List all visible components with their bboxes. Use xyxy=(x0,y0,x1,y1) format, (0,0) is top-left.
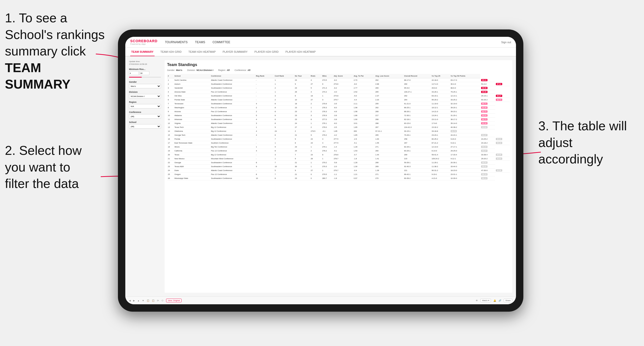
cell-0: 11 xyxy=(167,118,174,122)
cell-4: 8 xyxy=(274,102,294,106)
tablet-frame: SCOREBOARD Powered by clippi TOURNAMENTS… xyxy=(118,29,523,312)
filters-panel: Update time: 27/03/2024 16:56:26 Minimum… xyxy=(129,60,161,293)
filter-gender-select[interactable]: Men's Women's xyxy=(129,84,161,88)
cell-7: 279.1 xyxy=(322,145,333,149)
cell-12: 11-38-2 xyxy=(431,165,450,169)
nav-committee[interactable]: COMMITTEE xyxy=(212,40,230,44)
col-conference: Conference xyxy=(210,74,255,78)
filter-division-select[interactable]: NCAA Division I NCAA Division II NCAA Di… xyxy=(129,94,161,98)
cell-14: 29-20-2 xyxy=(480,157,495,161)
cell-8: -3.6 xyxy=(333,114,353,118)
table-area: Team Standings Gender: Men's Division: N… xyxy=(164,60,512,293)
view-original-btn[interactable]: View: Original xyxy=(166,299,182,302)
cell-5: 9 xyxy=(294,169,310,173)
cell-2: Southeastern Conference xyxy=(210,82,255,86)
filter-max-input[interactable] xyxy=(140,71,150,75)
cell-4: 9 xyxy=(274,145,294,149)
col-rank: # xyxy=(167,74,174,78)
cell-9: 2.70 xyxy=(353,78,374,82)
cell-8: 274.8 xyxy=(333,94,353,98)
cell-0: 3 xyxy=(167,86,174,90)
cell-14: 89.11 xyxy=(480,78,495,82)
cell-4: 1 xyxy=(274,78,294,82)
cell-10: 271 xyxy=(375,173,404,176)
cell-13: 10-30-0 xyxy=(450,176,480,180)
filter-region-select[interactable]: N/A All xyxy=(129,104,161,108)
filter-min-input[interactable] xyxy=(129,71,139,75)
cell-14: 54-4-0 xyxy=(480,82,495,86)
cell-4: 7 xyxy=(274,161,294,165)
cell-0: 8 xyxy=(167,106,174,110)
cell-3: 10 xyxy=(255,176,274,180)
nav-tournaments[interactable]: TOURNAMENTS xyxy=(165,40,188,44)
cell-14: 83.49 xyxy=(480,106,495,110)
cell-13: 31-29-1 xyxy=(450,114,480,118)
cell-8: -3.5 xyxy=(333,102,353,106)
sub-nav-team-h2h-heatmap[interactable]: TEAM H2H HEATMAP xyxy=(188,48,217,56)
cell-13: 83.76 xyxy=(450,129,480,133)
cell-5: 10 xyxy=(294,98,310,102)
cell-6: 4 xyxy=(310,90,322,94)
sub-nav-player-summary[interactable]: PLAYER SUMMARY xyxy=(222,48,249,56)
cell-1: Tennessee xyxy=(174,102,210,106)
table-row: 9ArizonaPac-12 Conference28232276.3-4.61… xyxy=(167,110,510,114)
sub-nav-player-h2h-grid[interactable]: PLAYER H2H GRID xyxy=(254,48,280,56)
watch-btn[interactable]: Watch ▾ xyxy=(480,299,491,302)
cell-12: 17-9-0 xyxy=(431,122,450,125)
cell-8: 273.6 xyxy=(333,82,353,86)
cell-13: 36-17-2 xyxy=(450,118,480,122)
cell-2: Southeastern Conference xyxy=(210,86,255,90)
sub-nav-team-summary[interactable]: TEAM SUMMARY xyxy=(130,48,154,56)
cell-14: 83.18 xyxy=(480,122,495,125)
col-overall: Overall Record xyxy=(404,74,431,78)
update-time: Update time: 27/03/2024 16:56:26 xyxy=(129,60,161,65)
filter-chip-region: Region: All xyxy=(218,69,230,71)
cell-13: 20-39-1 xyxy=(450,161,480,165)
cell-15: 87.21 xyxy=(495,82,510,86)
standings-table: # School Conference Reg Rank Conf Rank N… xyxy=(167,74,510,180)
sub-nav-team-h2h-grid[interactable]: TEAM H2H GRID xyxy=(160,48,182,56)
cell-2: Southeastern Conference xyxy=(210,102,255,106)
cell-2: Southeastern Conference xyxy=(210,161,255,165)
cell-2: Southeastern Conference xyxy=(210,165,255,169)
cell-2: Pac-12 Conference xyxy=(210,106,255,110)
cell-13: 33-25-2 xyxy=(450,98,480,102)
filter-chip-division-value: NCAA Division I xyxy=(196,69,213,71)
instruction-1-bold: TEAM SUMMARY xyxy=(5,61,70,92)
cell-15: 83.27 xyxy=(495,94,510,98)
cell-7: 1 xyxy=(322,94,333,98)
cell-9: 1.21 xyxy=(353,173,374,176)
nav-teams[interactable]: TEAMS xyxy=(195,40,205,44)
sign-out[interactable]: Sign out xyxy=(501,41,511,44)
cell-3: 3 xyxy=(255,122,274,125)
cell-2: Big 12 Conference xyxy=(210,125,255,129)
cell-9: 1.90 xyxy=(353,118,374,122)
cell-9: 1.28 xyxy=(353,145,374,149)
cell-11: 88-17-0 xyxy=(404,78,431,82)
cell-5: 23 xyxy=(294,78,310,82)
cell-3: 4 xyxy=(255,133,274,137)
cell-4: 8 xyxy=(274,110,294,114)
cell-7: 4 xyxy=(322,137,333,141)
table-row: 21New MexicoMountain West Conference-192… xyxy=(167,157,510,161)
filter-conference-select[interactable]: (All) xyxy=(129,114,161,119)
instruction-2-line3: filter the data xyxy=(5,176,79,191)
cell-11: 104-42-3 xyxy=(404,125,431,129)
cell-13: 40-38-2 xyxy=(450,125,480,129)
cell-3: - xyxy=(255,82,274,86)
filter-school-select[interactable]: (All) xyxy=(129,124,161,129)
cell-11: 100-27-1 xyxy=(404,90,431,94)
sub-nav-player-h2h-heatmap[interactable]: PLAYER H2H HEATMAP xyxy=(284,48,317,56)
cell-11: 269 xyxy=(404,153,431,157)
cell-5: 21 xyxy=(294,161,310,165)
slider-container xyxy=(129,76,161,78)
filter-chip-conference-value: All xyxy=(248,69,250,71)
cell-11: 86-25-1 xyxy=(404,106,431,110)
cell-2: Mountain West Conference xyxy=(210,157,255,161)
share-btn[interactable]: Share xyxy=(504,299,512,302)
cell-6: 1 xyxy=(310,106,322,110)
cell-9: -2.9 xyxy=(353,137,374,141)
cell-0: 5 xyxy=(167,94,174,98)
cell-11: 258 xyxy=(404,137,431,141)
cell-5: 23 xyxy=(294,110,310,114)
